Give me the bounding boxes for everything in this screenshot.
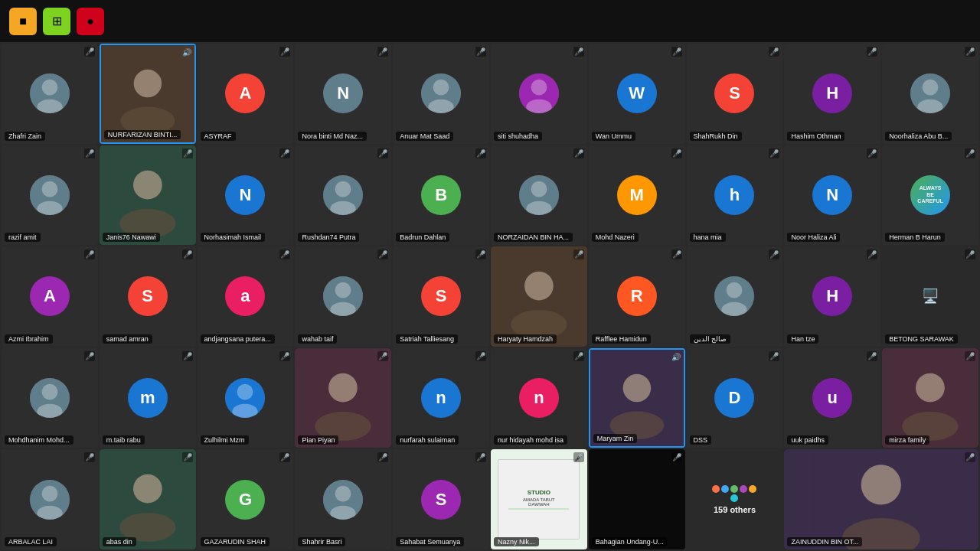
avatar-circle: S [421,276,461,316]
participant-tile[interactable]: A 🎤 Azmi Ibrahim [2,246,98,347]
mute-icon: 🎤 [279,47,290,57]
mute-icon: 🎤 [84,148,95,158]
participant-tile[interactable]: n 🎤 nur hidayah mohd isa [491,348,587,448]
participant-tile[interactable]: G 🎤 GAZARUDIN SHAH [198,449,294,549]
participant-name: Nazny Nik... [494,537,539,546]
svg-point-31 [524,272,554,301]
avatar-circle: S [714,73,754,113]
participant-tile[interactable]: ALWAYSBECAREFUL 🎤 Herman B Harun [882,145,978,246]
participant-tile[interactable]: H 🎤 Hashim Othman [784,44,880,144]
participant-name: Haryaty Hamdzah [494,334,557,344]
avatar-circle: S [421,480,461,520]
participant-tile[interactable]: D 🎤 DSS [687,348,783,448]
participant-tile[interactable]: N 🎤 Nora binti Md Naz... [295,44,391,144]
unmute-icon: 🎤 [965,452,975,462]
others-count: 159 others [714,505,756,514]
participant-tile[interactable]: 🎤 mirza family [882,348,978,448]
participant-tile[interactable]: h 🎤 hana mia [687,145,783,246]
avatar-img [519,73,559,113]
participant-tile[interactable]: 🎤 abas din [100,449,196,549]
grid-button[interactable]: ⊞ [43,8,70,35]
mute-icon: 🎤 [84,452,95,462]
avatar-circle: B [421,175,461,215]
participant-tile[interactable]: 🎤 Bahagian Undang-U... [589,449,685,549]
participant-name: andjangsana putera... [201,334,275,344]
participant-tile[interactable]: 🎤 Janis76 Nawawi [100,145,196,246]
speaker-icon: 🔊 [671,353,681,361]
participant-name: nur hidayah mohd isa [494,435,567,445]
participant-tile[interactable]: 🖥️ 🎤 BETONG SARAWAK [882,246,978,347]
participant-tile[interactable]: 🎤 Shahrir Basri [295,449,391,549]
participant-name: ASYRAF [201,132,236,141]
avatar-circle: R [617,276,657,316]
mute-icon: 🎤 [279,351,290,361]
participant-tile[interactable]: S 🎤 Sahabat Semuanya [393,449,489,549]
yellow-button[interactable]: ■ [9,8,37,35]
svg-point-4 [133,70,162,98]
avatar-circle: n [519,378,559,418]
mute-icon: 🎤 [475,249,486,259]
participant-tile[interactable]: 🎤 Mohdhanim Mohd... [2,348,98,448]
avatar-img [519,175,559,215]
svg-point-22 [335,181,351,197]
mute-icon: 🎤 [182,249,193,259]
participant-tile[interactable]: 🎤 Zhafri Zain [2,44,98,144]
participant-tile[interactable]: M 🎤 Mohd Nazeri [589,145,685,246]
avatar-circle: u [812,378,852,418]
participant-tile[interactable]: 🔊 NURFARIZAN BINTI... [100,44,196,144]
participant-tile[interactable]: m 🎤 m.taib rabu [100,348,196,448]
mute-icon: 🎤 [377,47,388,57]
participant-tile[interactable]: 🎤 Noorhaliza Abu B... [882,44,978,144]
participant-tile[interactable]: 🎤 Pian Piyan [295,348,391,448]
participant-tile[interactable]: 🎤 wahab taif [295,246,391,347]
participant-tile[interactable]: S 🎤 ShahRukh Din [687,44,783,144]
toolbar: ■ ⊞ ● [0,0,980,42]
participant-tile[interactable]: N 🎤 Noor Haliza Ali [784,145,880,246]
unmute-icon: 🎤 [573,452,584,462]
participant-tile[interactable]: 🎤 NORZAIDAN BIN HA... [491,145,587,246]
participant-name: Mohdhanim Mohd... [5,435,74,445]
mute-icon: 🎤 [182,351,193,361]
participant-tile[interactable]: 🎤 razif amit [2,145,98,246]
participant-tile[interactable]: H 🎤 Han tze [784,246,880,347]
participant-name: Rushdan74 Putra [298,233,359,242]
participant-tile[interactable]: W 🎤 Wan Ummu [589,44,685,144]
participant-tile[interactable]: 🔊 Maryam Zin [589,348,685,448]
participant-tile[interactable]: STUDIO AMADA TABUT DAWWAH 🎤 Nazny Nik... [491,449,587,549]
participant-name: Rafflee Hamidun [592,334,651,344]
participant-tile[interactable]: 🎤 Anuar Mat Saad [393,44,489,144]
participant-tile[interactable]: 🎤 Rushdan74 Putra [295,145,391,246]
unmute-icon: 🎤 [182,148,193,158]
participant-tile[interactable]: 159 others [687,449,783,549]
participant-tile[interactable]: B 🎤 Badrun Dahlan [393,145,489,246]
mute-icon: 🎤 [377,452,388,462]
participant-tile[interactable]: R 🎤 Rafflee Hamidun [589,246,685,347]
participant-tile[interactable]: S 🎤 samad amran [100,246,196,347]
mute-icon: 🎤 [867,148,877,158]
participant-tile[interactable]: 🎤 ARBALAC LAI [2,449,98,549]
participant-tile[interactable]: 🎤 Haryaty Hamdzah [491,246,587,347]
svg-point-55 [133,474,162,504]
participant-tile[interactable]: A 🎤 ASYRAF [198,44,294,144]
mute-icon: 🎤 [573,148,584,158]
unmute-icon: 🎤 [573,249,584,259]
participant-tile[interactable]: S 🎤 Satriah Talliesang [393,246,489,347]
svg-point-61 [861,465,901,505]
participant-tile[interactable]: 🎤 siti shuhadha [491,44,587,144]
record-button[interactable]: ● [77,8,104,35]
participant-tile[interactable]: u 🎤 uuk paidhs [784,348,880,448]
avatar-circle: D [714,378,754,418]
participant-tile[interactable]: a 🎤 andjangsana putera... [198,246,294,347]
participant-tile[interactable]: 🎤 ZAINUDDIN BIN OT... [784,449,978,549]
participant-tile[interactable]: 🎤 صالح الدين [687,246,783,347]
avatar-circle: A [225,73,265,113]
mute-icon: 🎤 [965,148,975,158]
participant-name: Anuar Mat Saad [396,132,453,141]
participant-tile[interactable]: 🎤 Zulhilmi Mzm [198,348,294,448]
svg-point-28 [335,282,351,298]
participant-name: Azmi Ibrahim [5,334,53,344]
avatar-img [225,378,265,418]
participant-tile[interactable]: n 🎤 nurfarah sulaiman [393,348,489,448]
svg-point-49 [916,373,945,403]
participant-tile[interactable]: N 🎤 Norhasimah Ismail [198,145,294,246]
